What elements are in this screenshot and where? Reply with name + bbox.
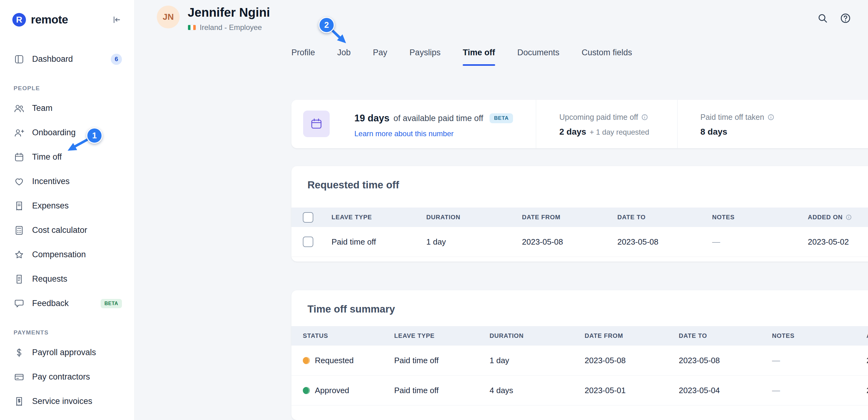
tab-profile[interactable]: Profile (291, 48, 315, 66)
document-icon (13, 274, 25, 285)
sidebar-item-time-off[interactable]: Time off (0, 145, 134, 169)
summary-table: STATUS LEAVE TYPE DURATION DATE FROM DAT… (291, 326, 868, 406)
sidebar-item-payroll-approvals[interactable]: Payroll approvals (0, 340, 134, 365)
employee-subtitle: Ireland - Employee (188, 23, 270, 32)
info-icon[interactable] (768, 114, 774, 120)
info-icon[interactable] (846, 214, 851, 220)
column-header: LEAVE TYPE (394, 332, 490, 339)
onboarding-icon (13, 127, 25, 138)
sidebar-item-label: Service invoices (32, 396, 92, 406)
collapse-sidebar-icon (112, 14, 122, 25)
sidebar-item-label: Requests (32, 274, 67, 284)
invoice-icon (13, 396, 25, 407)
app-window: R remote Dashboard 6 PEOPLE (0, 0, 868, 420)
sidebar-item-dashboard[interactable]: Dashboard 6 (0, 47, 134, 71)
dashboard-count-badge: 6 (111, 54, 122, 65)
card-icon (13, 371, 25, 383)
sidebar-item-label: Compensation (32, 250, 86, 260)
tab-custom-fields[interactable]: Custom fields (582, 48, 632, 66)
sidebar-item-compensation[interactable]: Compensation (0, 242, 134, 267)
column-header: STATUS (303, 332, 394, 339)
cell-date-to: 2023-05-08 (617, 237, 712, 247)
employee-country-role: Ireland - Employee (200, 23, 262, 32)
annotation-step-2: 2 (318, 17, 335, 33)
sidebar-item-label: Pay contractors (32, 372, 90, 382)
heart-icon (13, 176, 25, 187)
upcoming-extra: + 1 day requested (590, 128, 649, 137)
topbar-actions (817, 5, 851, 32)
tab-pay[interactable]: Pay (373, 48, 388, 66)
sidebar-item-team[interactable]: Team (0, 96, 134, 120)
sidebar-item-onboarding[interactable]: Onboarding (0, 120, 134, 145)
time-off-summary-card: Time off summary Filter STATUS LEAVE TYP… (291, 290, 868, 420)
cell-date-from: 2023-05-08 (522, 237, 617, 247)
cell-date-to: 2023-05-04 (679, 386, 772, 395)
taken-time-off-section: Paid time off taken 8 days (701, 113, 774, 137)
sidebar-item-label: Team (32, 103, 53, 113)
tab-documents[interactable]: Documents (517, 48, 560, 66)
column-header: ADDED ON (866, 332, 868, 339)
remote-logo: R remote (12, 13, 68, 27)
search-icon (817, 12, 829, 24)
available-time-off-section: 19 days of available paid time off BETA … (354, 113, 513, 138)
table-row: Paid time off 1 day 2023-05-08 2023-05-0… (291, 227, 868, 257)
info-icon[interactable] (642, 114, 648, 120)
cell-added-on: 2023-05-02 (808, 237, 868, 247)
upcoming-value: 2 days (559, 127, 586, 137)
sidebar-item-requests[interactable]: Requests (0, 267, 134, 291)
cell-notes: — (772, 386, 866, 395)
sidebar-item-service-invoices[interactable]: Service invoices (0, 389, 134, 414)
sidebar: R remote Dashboard 6 PEOPLE (0, 0, 134, 420)
divider (536, 100, 536, 148)
sidebar-item-label: Expenses (32, 201, 69, 211)
upcoming-time-off-section: Upcoming paid time off 2 days + 1 day re… (559, 113, 649, 137)
sidebar-item-incentives[interactable]: Incentives (0, 169, 134, 193)
summary-table-header: STATUS LEAVE TYPE DURATION DATE FROM DAT… (291, 326, 868, 346)
chat-bubble-icon (13, 298, 25, 309)
calculator-icon (13, 225, 25, 236)
column-header: LEAVE TYPE (332, 214, 426, 221)
search-button[interactable] (817, 12, 829, 32)
tab-payslips[interactable]: Payslips (410, 48, 441, 66)
tab-job[interactable]: Job (337, 48, 351, 66)
remote-logo-wordmark: remote (31, 13, 68, 26)
sidebar-item-expenses[interactable]: Expenses (0, 193, 134, 218)
sidebar-item-pay-contractors[interactable]: Pay contractors (0, 365, 134, 389)
sidebar-item-label: Cost calculator (32, 226, 87, 235)
cell-status: Approved (303, 386, 394, 395)
profile-tabs: Profile Job Pay Payslips Time off Docume… (291, 48, 632, 66)
sidebar-section-people: PEOPLE (13, 84, 134, 93)
table-row: Approved Paid time off 4 days 2023-05-01… (291, 376, 868, 406)
sidebar-item-label: Dashboard (32, 54, 73, 64)
tab-time-off[interactable]: Time off (463, 48, 495, 66)
column-header: NOTES (712, 214, 808, 221)
cell-duration: 1 day (426, 237, 522, 247)
divider (677, 100, 678, 148)
cell-status: Requested (303, 356, 394, 365)
sidebar-collapse-button[interactable] (112, 14, 122, 25)
sidebar-section-payments: PAYMENTS (13, 328, 134, 337)
column-header: ADDED ON (808, 214, 843, 221)
cell-added-on: 2023-05-02 (866, 386, 868, 395)
column-header: DATE FROM (585, 332, 679, 339)
help-button[interactable] (840, 12, 851, 32)
column-header: DATE TO (679, 332, 772, 339)
sidebar-item-feedback[interactable]: Feedback BETA (0, 291, 134, 316)
column-header: NOTES (772, 332, 866, 339)
cell-leave-type: Paid time off (394, 356, 490, 365)
cell-notes: — (712, 237, 808, 247)
page-title: Jennifer Ngini (188, 5, 270, 19)
sidebar-item-cost-calculator[interactable]: Cost calculator (0, 218, 134, 242)
learn-more-link[interactable]: Learn more about this number (354, 129, 454, 138)
sidebar-item-label: Payroll approvals (32, 348, 96, 357)
dollar-icon (13, 347, 25, 358)
dashboard-icon (13, 54, 25, 65)
requested-table: LEAVE TYPE DURATION DATE FROM DATE TO NO… (291, 208, 868, 257)
sidebar-nav: Dashboard 6 PEOPLE Team Onboarding (0, 27, 134, 414)
row-checkbox[interactable] (303, 237, 313, 247)
status-label: Approved (315, 386, 349, 395)
time-off-calendar-icon (13, 152, 25, 163)
sidebar-item-label: Time off (32, 152, 62, 162)
star-icon (13, 249, 25, 260)
select-all-checkbox[interactable] (303, 212, 313, 223)
